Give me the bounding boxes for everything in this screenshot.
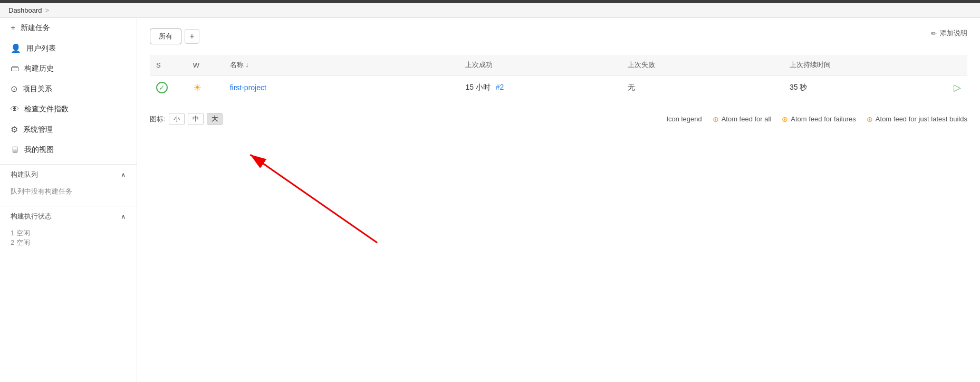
build-exec-item-1: 1 空闲	[11, 228, 126, 238]
sidebar-label-system-admin: 系统管理	[23, 125, 53, 135]
rss-icon-all: ⊛	[713, 115, 719, 123]
main-layout: + 新建任务 👤 用户列表 🗃 构建历史 ⊙ 项目关系 👁 检查文件指数 ⚙ 系…	[0, 18, 980, 382]
atom-feed-latest-label: Atom feed for just latest builds	[876, 115, 967, 123]
atom-feed-all-link[interactable]: ⊛ Atom feed for all	[713, 115, 772, 123]
sidebar-item-user-list[interactable]: 👤 用户列表	[0, 38, 137, 59]
size-large-btn[interactable]: 大	[207, 113, 223, 125]
sidebar-item-my-views[interactable]: 🖥 我的视图	[0, 140, 137, 160]
edit-description-btn[interactable]: ✏ 添加说明	[931, 28, 967, 38]
col-header-w: W	[187, 55, 224, 75]
col-header-action	[930, 55, 967, 75]
atom-feed-latest-link[interactable]: ⊛ Atom feed for just latest builds	[867, 115, 967, 123]
size-small-btn[interactable]: 小	[169, 113, 185, 125]
edit-description-label: 添加说明	[940, 28, 967, 38]
last-success-build-link[interactable]: #2	[496, 83, 504, 91]
sidebar: + 新建任务 👤 用户列表 🗃 构建历史 ⊙ 项目关系 👁 检查文件指数 ⚙ 系…	[0, 18, 137, 382]
sidebar-item-system-admin[interactable]: ⚙ 系统管理	[0, 119, 137, 140]
last-success-time: 15 小时	[465, 83, 490, 91]
col-header-s: S	[150, 55, 187, 75]
sidebar-section-build-queue-header[interactable]: 构建队列 ∧	[0, 165, 137, 185]
sidebar-item-check-file-index[interactable]: 👁 检查文件指数	[0, 99, 137, 119]
table-header: S W 名称 ↓ 上次成功 上次失败 上次持续时间	[150, 55, 967, 75]
build-queue-empty-msg: 队列中没有构建任务	[11, 187, 72, 195]
icon-size-row: 图标: 小 中 大	[150, 113, 223, 125]
relations-icon: ⊙	[11, 84, 17, 94]
breadcrumb-dashboard[interactable]: Dashboard	[8, 6, 42, 14]
rss-icon-latest: ⊛	[867, 115, 873, 123]
add-tab-btn[interactable]: +	[185, 29, 199, 44]
tabs-row: 所有 +	[150, 28, 967, 44]
col-header-last-fail: 上次失败	[621, 55, 783, 75]
sidebar-item-build-history[interactable]: 🗃 构建历史	[0, 59, 137, 79]
sidebar-label-my-views: 我的视图	[24, 145, 54, 155]
sidebar-label-project-relations: 项目关系	[23, 84, 52, 94]
col-header-last-dur: 上次持续时间	[783, 55, 930, 75]
content-area: ✏ 添加说明 所有 + S W 名称 ↓ 上次成功 上次失败 上次持续时间	[137, 18, 980, 382]
sidebar-section-build-queue: 构建队列 ∧ 队列中没有构建任务	[0, 164, 137, 202]
col-header-name: 名称 ↓	[224, 55, 459, 75]
table-body: ✓ ☀ first-project 15 小时 #2 无	[150, 75, 967, 100]
sidebar-item-new-task[interactable]: + 新建任务	[0, 18, 137, 38]
weather-cell: ☀	[187, 75, 224, 100]
table-row: ✓ ☀ first-project 15 小时 #2 无	[150, 75, 967, 100]
rss-icon-failures: ⊛	[782, 115, 788, 123]
user-icon: 👤	[11, 43, 21, 53]
build-queue-content: 队列中没有构建任务	[0, 185, 137, 202]
icon-legend-label: Icon legend	[666, 115, 702, 123]
icon-size-label: 图标:	[150, 114, 166, 124]
run-btn-cell: ▷	[930, 75, 967, 100]
eye-icon: 👁	[11, 104, 19, 114]
weather-sunny-icon: ☀	[193, 82, 201, 93]
status-cell: ✓	[150, 75, 187, 100]
monitor-icon: 🖥	[11, 145, 19, 155]
svg-line-1	[250, 155, 377, 243]
icon-legend-link[interactable]: Icon legend	[666, 115, 702, 123]
footer-row: 图标: 小 中 大 Icon legend ⊛ Atom feed for al…	[150, 111, 967, 127]
tab-all[interactable]: 所有	[150, 28, 181, 44]
last-fail-value: 无	[628, 83, 635, 91]
sidebar-label-build-history: 构建历史	[24, 64, 54, 73]
sidebar-section-build-exec-header[interactable]: 构建执行状态 ∧	[0, 206, 137, 226]
sidebar-label-user-list: 用户列表	[26, 44, 56, 53]
last-success-cell: 15 小时 #2	[459, 75, 621, 100]
breadcrumb: Dashboard >	[0, 3, 980, 18]
run-button[interactable]: ▷	[954, 82, 961, 93]
sidebar-section-build-exec: 构建执行状态 ∧ 1 空闲 2 空闲	[0, 206, 137, 253]
size-medium-btn[interactable]: 中	[188, 113, 204, 125]
jobs-table: S W 名称 ↓ 上次成功 上次失败 上次持续时间 ✓	[150, 55, 967, 100]
build-exec-item-2: 2 空闲	[11, 238, 126, 247]
status-success-icon: ✓	[156, 82, 168, 93]
build-exec-title: 构建执行状态	[11, 212, 52, 221]
col-header-last-success: 上次成功	[459, 55, 621, 75]
history-icon: 🗃	[11, 64, 19, 73]
gear-icon: ⚙	[11, 125, 18, 135]
atom-feed-failures-link[interactable]: ⊛ Atom feed for failures	[782, 115, 856, 123]
feed-links: Icon legend ⊛ Atom feed for all ⊛ Atom f…	[666, 115, 967, 123]
last-duration-value: 35 秒	[790, 83, 807, 91]
edit-icon: ✏	[931, 30, 937, 37]
atom-feed-failures-label: Atom feed for failures	[791, 115, 856, 123]
build-exec-content: 1 空闲 2 空闲	[0, 226, 137, 253]
build-exec-collapse-icon: ∧	[121, 213, 126, 221]
plus-icon: +	[11, 23, 15, 33]
sidebar-label-new-task: 新建任务	[21, 23, 50, 33]
atom-feed-all-label: Atom feed for all	[722, 115, 772, 123]
job-name-link[interactable]: first-project	[230, 83, 266, 92]
last-duration-cell: 35 秒	[783, 75, 930, 100]
sidebar-item-project-relations[interactable]: ⊙ 项目关系	[0, 79, 137, 99]
last-fail-cell: 无	[621, 75, 783, 100]
build-queue-title: 构建队列	[11, 170, 38, 179]
build-queue-collapse-icon: ∧	[121, 171, 126, 179]
sidebar-label-check-file-index: 检查文件指数	[24, 104, 69, 114]
breadcrumb-sep: >	[45, 6, 50, 14]
job-name-cell: first-project	[224, 75, 459, 100]
